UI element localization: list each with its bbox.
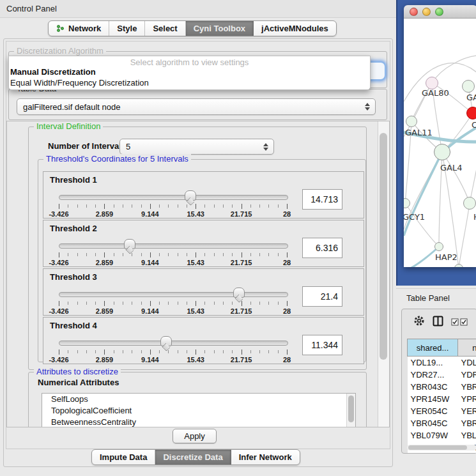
bottom-tab-bar: Impute DataDiscretize DataInfer Network (91, 449, 300, 465)
network-node[interactable] (463, 197, 476, 210)
slider-track[interactable] (59, 195, 288, 200)
node-attribute-table: shared... na YDL19...YDL1YDR27...YDR2YBR… (407, 339, 476, 454)
network-node[interactable] (466, 107, 476, 119)
table-panel-window: shared... na YDL19...YDL1YDR27...YDR2YBR… (401, 309, 476, 454)
network-canvas[interactable]: GAL80GACGAL11GAL4GCY1HHAP2 (404, 19, 476, 267)
attribute-list-item[interactable]: BetweennessCentrality (42, 417, 355, 427)
threshold-value-field[interactable]: 21.4 (302, 286, 342, 307)
tab-cyni-toolbox[interactable]: Cyni Toolbox (186, 21, 254, 36)
table-data-selected-value: galFiltered.sif default node (23, 102, 365, 112)
column-header-name[interactable]: na (458, 339, 476, 357)
threshold-box: Threshold 4 -3.4262.8599.14415.4321.7152… (43, 317, 364, 364)
table-cell[interactable]: YER054C (408, 405, 458, 417)
threshold-slider[interactable]: -3.4262.8599.14415.4321.71528 (59, 239, 287, 265)
table-cell[interactable]: YPR1 (458, 393, 476, 405)
table-cell[interactable]: YDR27... (408, 369, 458, 381)
table-row[interactable]: YER054CYER0 (408, 405, 476, 417)
settings-vertical-scrollbar[interactable] (378, 121, 389, 427)
table-cell[interactable]: YBL0 (458, 429, 476, 441)
slider-major-tick (150, 252, 151, 257)
network-node[interactable] (434, 144, 450, 160)
algorithm-option-manual[interactable]: Manual Discretization (10, 67, 96, 77)
table-horizontal-scrollbar[interactable] (407, 445, 476, 450)
apply-button[interactable]: Apply (173, 429, 217, 443)
slider-track[interactable] (59, 243, 288, 249)
table-cell[interactable]: YBR0 (458, 417, 476, 429)
settings-gear-icon[interactable] (413, 315, 425, 329)
numerical-attributes-list[interactable]: SelfLoopsTopologicalCoefficientBetweenne… (42, 393, 356, 427)
close-traffic-light-icon[interactable] (410, 8, 418, 16)
slider-major-tick (287, 301, 288, 306)
minimize-traffic-light-icon[interactable] (422, 8, 431, 16)
table-row[interactable]: YDR27...YDR2 (408, 369, 476, 381)
tab-discretize-data[interactable]: Discretize Data (155, 450, 231, 464)
number-of-intervals-combobox[interactable]: 5 (119, 139, 274, 155)
threshold-value-field[interactable]: 6.316 (302, 238, 342, 258)
column-header-shared[interactable]: shared... (408, 339, 458, 357)
network-window[interactable]: GAL80GACGAL11GAL4GCY1HHAP2 (404, 5, 476, 267)
table-data-combobox[interactable]: galFiltered.sif default node (17, 98, 376, 115)
checkbox-icon (451, 318, 459, 326)
slider-tick-label: 15.43 (187, 259, 204, 266)
thresholds-groupbox: Threshold's Coordinates for 5 Intervals … (38, 159, 366, 362)
slider-major-tick (242, 349, 242, 355)
zoom-traffic-light-icon[interactable] (435, 8, 443, 16)
tab-network[interactable]: Network (49, 21, 109, 36)
table-cell[interactable]: YBL079W (408, 429, 458, 441)
split-columns-icon[interactable] (433, 316, 443, 329)
network-node[interactable] (426, 77, 438, 89)
table-toolbar (402, 309, 476, 335)
table-cell[interactable]: YBR043C (408, 381, 458, 393)
table-cell[interactable]: YDL1 (458, 357, 476, 369)
threshold-value-field[interactable]: 11.344 (302, 335, 342, 355)
numerical-attributes-label: Numerical Attributes (38, 378, 119, 387)
tab-select[interactable]: Select (145, 21, 185, 36)
table-cell[interactable]: YBR045C (408, 417, 458, 429)
table-cell[interactable]: YER0 (458, 405, 476, 417)
table-cell[interactable]: YDL19... (408, 357, 458, 369)
threshold-slider[interactable]: -3.4262.8599.14415.4321.71528 (59, 336, 287, 362)
threshold-label: Threshold 4 (50, 321, 97, 330)
threshold-value-field[interactable]: 14.713 (302, 189, 342, 210)
screen: Control Panel × NetworkStyleSelectCyni T… (0, 0, 476, 476)
network-node[interactable] (406, 116, 417, 127)
network-desktop-frame: GAL80GACGAL11GAL4GCY1HHAP2 (396, 0, 476, 286)
threshold-slider[interactable]: -3.4262.8599.14415.4321.71528 (59, 288, 287, 313)
slider-tick-label: 2.859 (96, 307, 114, 315)
table-cell[interactable]: YDR2 (458, 369, 476, 381)
threshold-slider[interactable]: -3.4262.8599.14415.4321.71528 (59, 190, 287, 216)
slider-handle-icon[interactable] (160, 336, 172, 346)
slider-track[interactable] (59, 341, 288, 346)
slider-major-tick (59, 204, 59, 209)
slider-track[interactable] (59, 292, 288, 297)
table-row[interactable]: YPR145WYPR1 (408, 393, 476, 405)
slider-major-tick (104, 349, 105, 355)
attribute-list-item[interactable]: SelfLoops (42, 394, 355, 405)
slider-tick-label: -3.426 (49, 259, 68, 266)
tab-infer-network[interactable]: Infer Network (231, 450, 300, 464)
network-node[interactable] (462, 80, 475, 93)
slider-handle-icon[interactable] (124, 239, 135, 249)
slider-handle-icon[interactable] (233, 288, 245, 298)
attribute-list-item[interactable]: TopologicalCoefficient (42, 405, 355, 417)
table-cell[interactable]: YPR145W (408, 393, 458, 405)
table-cell[interactable]: YBR0 (458, 381, 476, 393)
algorithm-option-equal-width[interactable]: Equal Width/Frequency Discretization (10, 78, 149, 88)
slider-tick-label: 21.715 (231, 259, 252, 266)
slider-major-tick (150, 301, 151, 306)
tab-label: Infer Network (239, 452, 292, 462)
checkbox-filter-icons[interactable] (451, 318, 468, 326)
table-row[interactable]: YDL19...YDL1 (408, 357, 476, 369)
network-window-titlebar[interactable] (404, 5, 476, 19)
tab-style[interactable]: Style (109, 21, 145, 36)
slider-handle-icon[interactable] (185, 190, 196, 201)
tab-impute-data[interactable]: Impute Data (92, 450, 155, 464)
network-node[interactable] (434, 242, 443, 251)
table-row[interactable]: YBR043CYBR0 (408, 381, 476, 393)
slider-tick-label: 9.144 (141, 210, 159, 218)
tab-jactivemnodules[interactable]: jActiveMNodules (254, 21, 336, 36)
attributes-scrollbar[interactable] (346, 394, 355, 427)
table-row[interactable]: YBR045CYBR0 (408, 417, 476, 429)
table-row[interactable]: YBL079WYBL0 (408, 429, 476, 441)
slider-major-tick (242, 301, 242, 306)
